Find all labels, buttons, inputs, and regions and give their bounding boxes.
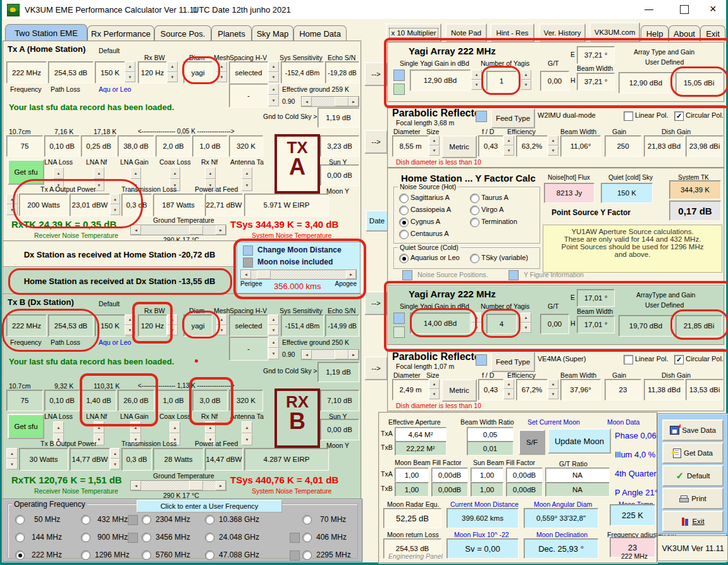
- txb-temp-spinner[interactable]: [125, 314, 135, 335]
- radio-aquarius[interactable]: [399, 254, 409, 263]
- dish1-feed-icon[interactable]: [476, 111, 487, 122]
- dish1-metric-button[interactable]: Metric: [441, 135, 477, 158]
- scroll-right-icon[interactable]: [216, 225, 226, 235]
- moon-distance-scrollbar[interactable]: [240, 270, 357, 280]
- dish1-linear-checkbox[interactable]: [624, 111, 633, 121]
- txa-aqu-link[interactable]: Aqu or Leo: [99, 85, 131, 93]
- radio-cassiopeia[interactable]: [399, 206, 409, 215]
- minimize-button[interactable]: —: [645, 4, 653, 14]
- txb-antta-spinner[interactable]: [242, 421, 252, 445]
- dish2-feed-type-button[interactable]: Feed Type: [491, 352, 535, 372]
- radio-47088ghz[interactable]: [205, 550, 214, 560]
- tab-exit[interactable]: Exit: [700, 25, 725, 41]
- txb-mesh-spinner[interactable]: [216, 314, 227, 335]
- tab-about[interactable]: About: [669, 25, 700, 41]
- radio-taur[interactable]: [470, 194, 479, 203]
- scroll-left-icon[interactable]: [131, 225, 141, 235]
- radio-10368ghz[interactable]: [205, 515, 214, 525]
- note-pad-button[interactable]: Note Pad: [445, 23, 487, 42]
- txb-power-spinner[interactable]: [6, 448, 18, 469]
- transfer-arrow-button-2[interactable]: -->: [364, 130, 388, 154]
- tab-planets[interactable]: Planets: [211, 25, 252, 41]
- radio-900mhz[interactable]: [81, 533, 90, 542]
- dish2-metric-button[interactable]: Metric: [441, 379, 477, 402]
- txa-rxbw-spinner[interactable]: [167, 61, 178, 82]
- scroll-left-icon[interactable]: [302, 97, 312, 106]
- scroll-right-icon[interactable]: [346, 270, 356, 279]
- scroll-right-icon[interactable]: [349, 350, 359, 359]
- txa-transloss-spinner[interactable]: [110, 194, 120, 215]
- radio-2295mhz[interactable]: [302, 550, 312, 560]
- txb-transloss-spinner[interactable]: [110, 448, 120, 469]
- yagi1-blue-icon[interactable]: [393, 70, 405, 81]
- y-figure-info-icon[interactable]: [509, 270, 519, 280]
- user-frequency-button[interactable]: Click to enter a User Frequency: [137, 500, 282, 512]
- tab-home-data[interactable]: Home Data: [293, 25, 347, 41]
- save-data-button[interactable]: Save Data: [662, 419, 724, 441]
- yagi1-green-icon[interactable]: [393, 84, 405, 95]
- print-button[interactable]: Print: [662, 488, 724, 509]
- radio-432mhz[interactable]: [81, 515, 90, 525]
- exit-button[interactable]: Exit: [662, 511, 724, 532]
- txa-groundtemp-slider[interactable]: [130, 225, 226, 235]
- tab-source-pos[interactable]: Source Pos.: [154, 25, 211, 41]
- radio-50mhz[interactable]: [15, 515, 25, 525]
- radio-406mhz[interactable]: [302, 533, 312, 542]
- radio-1296mhz[interactable]: [81, 550, 90, 560]
- moon-noise-icon[interactable]: [243, 258, 253, 268]
- dish1-fd-spinner[interactable]: [503, 135, 514, 156]
- radio-sagittarius[interactable]: [399, 194, 409, 203]
- txa-spacing-spinner[interactable]: [268, 61, 279, 82]
- yagi1-num-spinner[interactable]: [521, 70, 531, 90]
- change-moon-distance-icon[interactable]: [243, 245, 253, 256]
- txa-temp-spinner[interactable]: [125, 61, 135, 82]
- vk3um-site-button[interactable]: VK3UM.com: [589, 22, 640, 42]
- noise-source-positions-icon[interactable]: [402, 270, 412, 280]
- yagi1-gain-spinner[interactable]: [471, 70, 482, 90]
- radio-144mhz[interactable]: [15, 533, 25, 542]
- radio-70mhz[interactable]: [302, 515, 312, 525]
- radio-virgo[interactable]: [470, 206, 479, 215]
- update-moon-button[interactable]: Update Moon: [548, 428, 611, 454]
- txa-ground-scrollbar[interactable]: [301, 96, 359, 107]
- yagi2-gain-spinner[interactable]: [471, 313, 482, 333]
- tab-help[interactable]: Help: [641, 25, 669, 41]
- radio-5760mhz[interactable]: [142, 550, 151, 560]
- dish2-fd-spinner[interactable]: [503, 379, 514, 399]
- txa-spacing2-spinner[interactable]: [268, 84, 279, 106]
- txb-get-sfu-button[interactable]: Get sfu: [8, 414, 44, 439]
- date-button[interactable]: Date: [366, 210, 388, 232]
- close-button[interactable]: ×: [710, 3, 717, 16]
- txb-aqu-link[interactable]: Aqu or Leo: [99, 338, 131, 346]
- dish2-feed-icon[interactable]: [476, 354, 487, 366]
- radio-cygnus[interactable]: [399, 218, 409, 227]
- transfer-arrow-button-4[interactable]: -->: [364, 356, 388, 380]
- txa-antta-spinner[interactable]: [242, 167, 252, 191]
- maximize-button[interactable]: [680, 5, 689, 14]
- yagi2-green-icon[interactable]: [393, 326, 405, 338]
- get-data-button[interactable]: Get Data: [662, 442, 724, 464]
- radio-24048ghz[interactable]: [205, 533, 214, 542]
- dish2-circular-checkbox[interactable]: [674, 355, 684, 364]
- txa-mesh-spinner[interactable]: [216, 61, 227, 82]
- txa-get-sfu-button[interactable]: Get sfu: [8, 159, 44, 185]
- x10-multiplier-button[interactable]: x 10 Multiplier: [386, 23, 441, 42]
- radio-centaurus[interactable]: [399, 230, 409, 239]
- scroll-left-icon[interactable]: [241, 270, 251, 279]
- transfer-arrow-button-3[interactable]: -->: [364, 291, 388, 315]
- dish2-eff-spinner[interactable]: [548, 379, 558, 399]
- scroll-right-icon[interactable]: [349, 97, 359, 106]
- yagi2-num-spinner[interactable]: [521, 313, 531, 333]
- dish1-circular-checkbox[interactable]: [674, 111, 684, 121]
- radio-222mhz[interactable]: [15, 550, 25, 560]
- txb-rxbw-spinner[interactable]: [167, 314, 178, 335]
- yagi2-blue-icon[interactable]: [393, 313, 405, 324]
- dish1-size-spinner[interactable]: [429, 135, 440, 156]
- dish1-eff-spinner[interactable]: [548, 135, 558, 156]
- transfer-arrow-button-1[interactable]: -->: [364, 62, 388, 86]
- dish2-size-spinner[interactable]: [429, 379, 440, 399]
- tab-rx-performance[interactable]: Rx Performance: [87, 25, 154, 41]
- tab-two-station-eme[interactable]: Two Station EME: [5, 24, 87, 41]
- tab-sky-map[interactable]: Sky Map: [252, 25, 293, 41]
- ver-history-button[interactable]: Ver. History: [539, 23, 586, 42]
